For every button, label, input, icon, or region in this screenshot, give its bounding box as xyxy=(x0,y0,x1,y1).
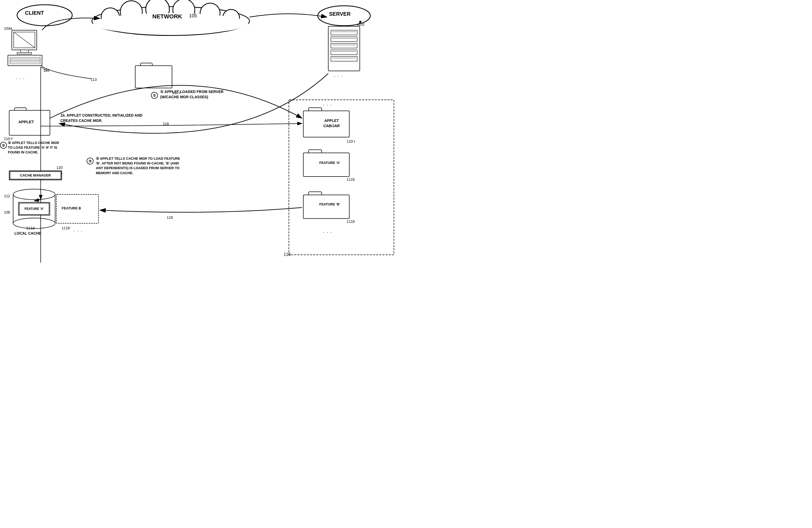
applet-folder-label: APPLET xyxy=(18,119,34,124)
server-panel-bottom-dots: . . . xyxy=(323,229,332,234)
svg-rect-14 xyxy=(10,57,40,64)
svg-rect-20 xyxy=(331,37,357,42)
step1-text: ① APPLET LOADED FROM SERVER (W/CACHE MGR… xyxy=(160,89,234,100)
svg-rect-9 xyxy=(14,32,35,48)
feature-a-server-label: FEATURE 'A' xyxy=(307,161,353,165)
svg-rect-19 xyxy=(331,30,357,35)
feature-b-dashed-label: FEATURE B xyxy=(62,206,81,210)
ref-111b-dashed: 111b' xyxy=(62,226,71,230)
ref-111b-a: 111b xyxy=(347,177,355,182)
svg-rect-22 xyxy=(331,50,357,55)
svg-rect-38 xyxy=(303,153,349,176)
ref-116: 116 xyxy=(163,122,169,126)
feature-b-server-label: FEATURE 'B' xyxy=(307,202,353,206)
ref-112: 112 xyxy=(4,194,10,198)
ref-110-I-applet: 110-I' xyxy=(4,137,13,141)
svg-rect-37 xyxy=(308,150,322,153)
ref-110-I-server: 110-I xyxy=(347,139,355,143)
svg-rect-31 xyxy=(141,63,152,66)
step1-arrow xyxy=(59,74,328,133)
ref-104: 104 xyxy=(43,68,49,72)
step3-arrow xyxy=(100,208,302,212)
svg-line-10 xyxy=(14,32,35,48)
step3-text: ③ APPLET TELLS CACHE MGR TO LOAD FEATURE… xyxy=(96,156,183,175)
server-tower xyxy=(328,21,361,71)
svg-rect-12 xyxy=(17,53,31,54)
ref116-arrow xyxy=(41,124,302,126)
feature-a-cache-arrow xyxy=(34,200,41,201)
svg-rect-8 xyxy=(12,30,37,50)
svg-rect-21 xyxy=(331,43,357,48)
svg-point-6 xyxy=(223,10,240,26)
client-computer xyxy=(8,30,42,66)
ref-111b-b: 111b xyxy=(347,219,355,224)
ref-120: 120 xyxy=(56,166,62,170)
svg-rect-23 xyxy=(331,56,357,61)
svg-point-1 xyxy=(101,8,119,26)
network-to-server-arrow xyxy=(249,14,327,17)
local-cache-label: LOCAL CACHE xyxy=(14,231,41,236)
network-ref: 105 xyxy=(189,13,197,19)
server-panel-top-dots: . . . xyxy=(323,101,332,106)
svg-rect-18 xyxy=(328,26,360,71)
svg-rect-11 xyxy=(20,50,28,53)
ref-102: 102 xyxy=(359,22,364,27)
client-dots: . . . xyxy=(16,75,25,81)
svg-rect-13 xyxy=(8,55,42,66)
svg-rect-35 xyxy=(308,108,322,111)
step1-circle: ① xyxy=(151,92,158,99)
svg-point-0 xyxy=(92,6,249,35)
feature-b-dots: . . . xyxy=(74,227,83,233)
ref-118: 118 xyxy=(167,215,173,219)
network-label: NETWORK xyxy=(152,13,182,20)
applet-cab-jar-label: APPLET CAB/JAR xyxy=(308,118,354,128)
svg-point-2 xyxy=(120,1,142,23)
svg-point-42 xyxy=(13,189,55,200)
svg-rect-32 xyxy=(135,66,172,88)
svg-rect-39 xyxy=(308,192,322,196)
server-tower-dots: . . . xyxy=(334,72,343,78)
ref-113: 113 xyxy=(91,77,97,82)
folder-top-center xyxy=(135,63,172,88)
step1b-text: 1b. APPLET CONSTRUCTED, INITIALIZED AND … xyxy=(60,113,144,123)
step2-text: ② APPLET TELLS CACHE MGR TO LOAD FEATURE… xyxy=(8,141,60,155)
ref-104a: 104a xyxy=(4,26,12,30)
svg-point-5 xyxy=(200,3,220,23)
svg-rect-40 xyxy=(303,195,349,218)
svg-rect-33 xyxy=(14,108,26,111)
diagram-svg xyxy=(0,0,406,264)
ref-111a: 111a' xyxy=(26,226,35,230)
ref-110: 110 xyxy=(284,252,291,257)
ref-106: 106 xyxy=(4,210,10,214)
step3-circle: ③ xyxy=(87,158,93,165)
diagram: NETWORK 105 CLIENT SERVER 102 104a 104 .… xyxy=(0,0,406,264)
client-label: CLIENT xyxy=(25,10,44,16)
cache-manager-box-label: CACHE MANAGER xyxy=(10,171,61,180)
server-label: SERVER xyxy=(329,11,351,17)
client-to-network-arrow xyxy=(42,18,100,30)
feature-a-cache-label: FEATURE 'A' xyxy=(19,203,49,215)
step2-circle: ② xyxy=(0,142,7,149)
